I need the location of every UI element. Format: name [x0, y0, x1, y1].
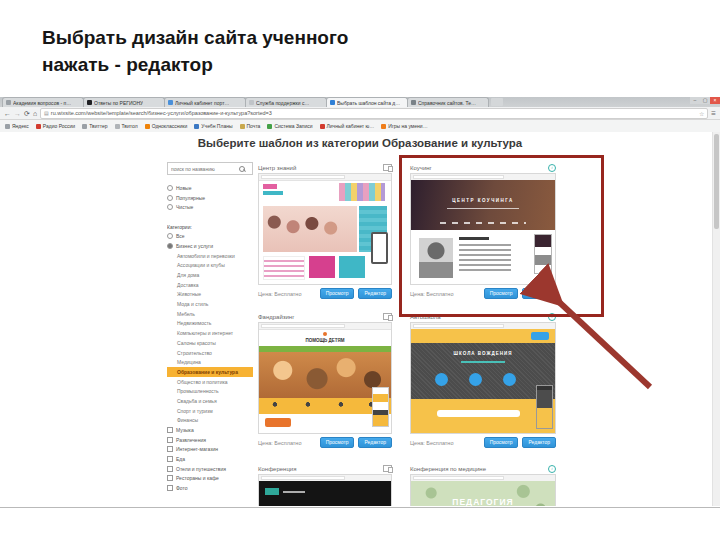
- scrollbar-thumb[interactable]: [714, 134, 719, 229]
- filter-item[interactable]: Новые: [167, 183, 253, 193]
- close-button[interactable]: ×: [710, 97, 720, 104]
- editor-button[interactable]: Редактор: [358, 288, 392, 299]
- filter-item[interactable]: Категории:: [167, 222, 253, 232]
- filter-item[interactable]: Еда: [167, 454, 253, 464]
- filter-item[interactable]: Все: [167, 231, 253, 241]
- filter-item[interactable]: Медицина: [167, 357, 253, 367]
- info-icon[interactable]: i: [548, 465, 556, 473]
- bookmark-item[interactable]: Радио России: [36, 123, 75, 129]
- thumbnail-decor: [461, 361, 504, 363]
- filter-label: Мода и стиль: [177, 301, 208, 307]
- thumbnail-decor: [263, 256, 305, 280]
- bookmark-item[interactable]: Твиттер: [82, 123, 107, 129]
- info-icon-glyph: i: [548, 313, 556, 321]
- bookmark-favicon-icon: [5, 124, 10, 129]
- preview-button[interactable]: Просмотр: [484, 288, 519, 299]
- bookmark-item[interactable]: Твитол: [115, 123, 138, 129]
- tab-favicon-icon: [6, 100, 11, 105]
- back-icon[interactable]: ←: [4, 107, 11, 120]
- info-icon[interactable]: i: [548, 313, 556, 321]
- bookmark-item[interactable]: Учебн Планы: [194, 123, 232, 129]
- filter-item[interactable]: Недвижимость: [167, 319, 253, 329]
- tab[interactable]: Ответы по РЕГИОНУ: [83, 97, 165, 107]
- filter-item[interactable]: Финансы: [167, 416, 253, 426]
- bookmark-favicon-icon: [240, 124, 245, 129]
- bookmark-item[interactable]: Яндекс: [5, 123, 29, 129]
- preview-button[interactable]: Просмотр: [320, 288, 355, 299]
- editor-button[interactable]: Редактор: [522, 288, 556, 299]
- bookmark-item[interactable]: Игры на умени…: [381, 123, 427, 129]
- bookmark-item[interactable]: Система Записи: [267, 123, 312, 129]
- tab[interactable]: Справочник сайтов. Те…: [407, 97, 489, 107]
- filter-item[interactable]: Мода и стиль: [167, 299, 253, 309]
- template-thumbnail[interactable]: [258, 474, 392, 506]
- menu-icon[interactable]: ≡: [711, 109, 716, 118]
- minimize-button[interactable]: –: [690, 97, 700, 104]
- forward-icon[interactable]: →: [14, 107, 21, 120]
- template-thumbnail[interactable]: ШКОЛА ВОЖДЕНИЯ: [410, 322, 556, 434]
- template-thumbnail[interactable]: ЦЕНТР КОУЧИНГА: [410, 173, 556, 285]
- refresh-icon[interactable]: ⟳: [24, 107, 30, 120]
- filter-item[interactable]: Мебель: [167, 309, 253, 319]
- filter-item[interactable]: Музыка: [167, 425, 253, 435]
- scrollbar[interactable]: [712, 132, 720, 506]
- bookmark-star-icon[interactable]: ☆: [699, 110, 704, 117]
- url-text: ru.wixsite.com/website/template/search/б…: [51, 110, 272, 116]
- new-tab-button[interactable]: [491, 98, 503, 106]
- filter-label: Для дома: [177, 272, 199, 278]
- filter-item[interactable]: Салоны красоты: [167, 338, 253, 348]
- filter-item[interactable]: Фото: [167, 483, 253, 493]
- responsive-icon[interactable]: [383, 465, 392, 472]
- filter-label: Еда: [176, 456, 185, 462]
- filter-item[interactable]: Компьютеры и интернет: [167, 328, 253, 338]
- template-thumbnail[interactable]: [258, 173, 392, 285]
- template-name: Конференция по медицине: [410, 466, 486, 472]
- card-header: Конференция: [258, 464, 392, 473]
- template-search[interactable]: [167, 162, 253, 175]
- bookmark-item[interactable]: Личный кабинет ю…: [320, 123, 375, 129]
- template-thumbnail[interactable]: ПЕДАГОГИЯ: [410, 474, 556, 506]
- tab[interactable]: Служба поддержки с…: [245, 97, 327, 107]
- bookmark-item[interactable]: Почта: [240, 123, 261, 129]
- filter-item[interactable]: Свадьба и семья: [167, 396, 253, 406]
- filter-sidebar: НовыеПопулярныеЧистыеКатегории:ВсеБизнес…: [167, 162, 253, 493]
- filter-item[interactable]: Ассоциации и клубы: [167, 261, 253, 271]
- radio-icon: [167, 243, 173, 249]
- preview-button[interactable]: Просмотр: [484, 437, 519, 448]
- bookmark-favicon-icon: [381, 124, 386, 129]
- tab[interactable]: Академия вопросов - п…: [2, 97, 84, 107]
- home-icon[interactable]: ⌂: [33, 107, 37, 120]
- search-input[interactable]: [171, 166, 239, 172]
- editor-button[interactable]: Редактор: [522, 437, 556, 448]
- filter-item[interactable]: Промышленность: [167, 386, 253, 396]
- filter-item[interactable]: Автомобили и перевозки: [167, 251, 253, 261]
- filter-label: Недвижимость: [177, 320, 211, 326]
- tab-active[interactable]: Выбрать шаблон сайта д…: [326, 97, 408, 107]
- filter-item[interactable]: Для дома: [167, 270, 253, 280]
- responsive-icon[interactable]: [383, 313, 392, 320]
- filter-item[interactable]: Общество и политика: [167, 377, 253, 387]
- maximize-button[interactable]: ▢: [700, 97, 710, 104]
- editor-button[interactable]: Редактор: [358, 437, 392, 448]
- filter-item[interactable]: Строительство: [167, 348, 253, 358]
- filter-item[interactable]: Бизнес и услуги: [167, 241, 253, 251]
- filter-label: Фото: [176, 485, 188, 491]
- filter-item[interactable]: Отели и путешествия: [167, 464, 253, 474]
- filter-item[interactable]: Чистые: [167, 202, 253, 212]
- filter-item[interactable]: Животные: [167, 290, 253, 300]
- filter-item[interactable]: Интернет-магазин: [167, 445, 253, 455]
- filter-item[interactable]: Спорт и туризм: [167, 406, 253, 416]
- preview-button[interactable]: Просмотр: [320, 437, 355, 448]
- filter-label: Музыка: [176, 427, 194, 433]
- info-icon[interactable]: i: [548, 164, 556, 172]
- filter-item[interactable]: Рестораны и кафе: [167, 474, 253, 484]
- template-thumbnail[interactable]: ПОМОЩЬ ДЕТЯМ: [258, 322, 392, 434]
- filter-item[interactable]: Образование и культура: [167, 367, 253, 377]
- responsive-icon[interactable]: [383, 164, 392, 171]
- address-bar[interactable]: ▤ ru.wixsite.com/website/template/search…: [40, 108, 708, 119]
- filter-item[interactable]: Популярные: [167, 193, 253, 203]
- tab[interactable]: Личный кабинет порт…: [164, 97, 246, 107]
- filter-item[interactable]: Доставка: [167, 280, 253, 290]
- filter-item[interactable]: Развлечения: [167, 435, 253, 445]
- bookmark-item[interactable]: Одноклассники: [145, 123, 188, 129]
